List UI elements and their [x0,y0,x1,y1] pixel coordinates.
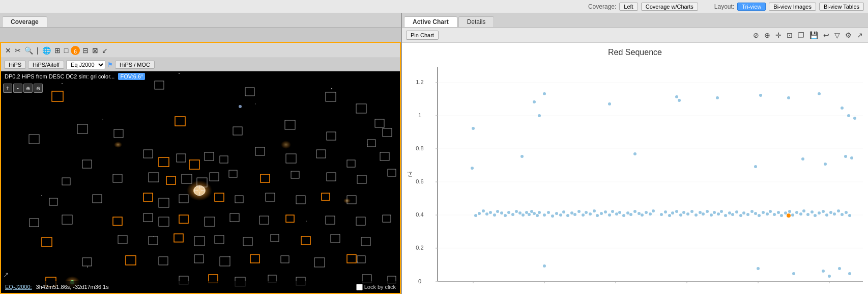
open-icon-button[interactable]: ↗ [3,271,9,279]
svg-rect-87 [356,217,365,225]
svg-point-167 [589,212,592,216]
svg-point-223 [728,211,731,215]
zoom-fit-btn[interactable]: ⊕ [23,84,33,93]
chart-icon-zoom-in[interactable]: ⊕ [763,30,771,40]
svg-point-163 [573,213,576,216]
top-bar: Coverage: Left Coverage w/Charts Layout:… [0,0,868,13]
svg-rect-43 [286,154,296,163]
svg-text:16: 16 [470,284,476,285]
lock-checkbox[interactable] [356,284,363,290]
svg-point-160 [562,210,565,213]
chart-icon-ban[interactable]: ⊘ [752,30,760,40]
chart-icon-copy[interactable]: ❐ [797,30,805,40]
svg-rect-100 [82,258,92,266]
svg-point-247 [818,211,821,215]
triview-button[interactable]: Tri-view [737,3,766,11]
main-area: Coverage ✕ ✂ 🔍 | 🌐 ⊞ □ 6 ⊟ ⊠ ↙ HiPS HiPS… [0,13,868,294]
chart-icon-save[interactable]: 💾 [808,30,819,40]
svg-point-187 [533,212,536,215]
svg-rect-71 [49,198,57,205]
svg-rect-92 [174,234,183,242]
svg-text:1.2: 1.2 [416,79,423,85]
svg-point-195 [507,211,510,214]
layout-label: Layout: [714,3,734,10]
svg-point-4 [331,88,332,89]
svg-point-239 [788,210,791,213]
svg-point-252 [837,209,840,212]
coverage-tab[interactable]: Coverage [2,16,47,27]
svg-point-260 [716,96,719,99]
svg-point-176 [622,214,625,217]
svg-rect-33 [367,140,375,147]
svg-point-181 [641,213,644,217]
tool-icon-7[interactable]: 6 [71,46,80,55]
zoom-in-btn[interactable]: + [3,84,12,93]
svg-point-267 [847,114,850,117]
pin-chart-button[interactable]: Pin Chart [406,31,439,40]
hips-aitoff-button[interactable]: HiPS/Aitoff [28,61,64,69]
svg-text:r-i: r-i [407,172,414,177]
svg-text:19: 19 [684,284,690,285]
tool-icon-4[interactable]: 🌐 [41,45,52,56]
svg-rect-25 [375,119,384,127]
left-button[interactable]: Left [619,3,638,11]
svg-text:18: 18 [613,284,619,285]
svg-point-157 [551,215,554,218]
chart-icon-crosshair[interactable]: ✛ [774,30,783,40]
lock-by-click[interactable]: Lock by click [356,284,396,290]
coverage-label: Coverage: [588,3,616,10]
tool-icon-6[interactable]: □ [63,45,69,56]
svg-point-233 [766,212,769,216]
coverage-charts-button[interactable]: Coverage w/Charts [641,3,698,11]
svg-point-188 [530,210,533,213]
svg-point-251 [833,212,836,216]
svg-point-191 [522,213,525,217]
tool-icon-3[interactable]: 🔍 [23,45,34,56]
svg-point-213 [690,210,693,213]
chart-icon-select[interactable]: ⊡ [786,30,794,40]
details-tab[interactable]: Details [458,16,495,27]
tool-icon-10[interactable]: ↙ [101,45,109,56]
svg-rect-20 [52,91,63,101]
svg-point-215 [699,211,702,214]
chart-icon-expand[interactable]: ↗ [856,30,864,40]
svg-rect-102 [159,257,168,265]
svg-point-206 [664,210,667,213]
biview-tables-button[interactable]: Bi-view Tables [819,3,864,11]
coord-select[interactable]: Eq J2000 Gal [66,60,105,69]
tool-icon-2[interactable]: ✂ [14,45,22,56]
biview-images-button[interactable]: Bi-view Images [769,3,816,11]
coord-link[interactable]: EQ-J2000: [5,284,32,290]
svg-point-265 [818,92,821,95]
tool-icon-9[interactable]: ⊠ [91,45,99,56]
active-chart-tab[interactable]: Active Chart [404,16,457,27]
chart-icon-settings[interactable]: ⚙ [844,30,853,40]
tool-icon-8[interactable]: ⊟ [81,45,90,56]
svg-point-235 [773,213,776,216]
tool-icon-1[interactable]: ✕ [4,45,12,56]
svg-rect-55 [261,174,270,182]
hips-button[interactable]: HiPS [4,61,26,69]
svg-point-224 [731,213,734,216]
svg-point-250 [829,211,832,214]
svg-point-269 [538,114,541,117]
svg-rect-26 [29,135,39,144]
zoom-reset-btn[interactable]: ⊖ [34,84,43,93]
tool-icon-5[interactable]: ⊞ [53,45,62,56]
svg-point-172 [608,213,611,217]
zoom-out-btn[interactable]: - [13,84,22,93]
svg-rect-88 [383,215,391,222]
svg-point-211 [682,211,685,214]
svg-rect-95 [243,237,252,246]
svg-point-258 [608,102,611,105]
svg-point-217 [706,210,709,213]
chart-icon-filter[interactable]: ▽ [833,30,841,40]
svg-rect-67 [179,195,188,203]
svg-point-253 [841,213,844,216]
chart-icon-undo[interactable]: ↩ [822,30,830,40]
hips-moc-button[interactable]: HiPS / MOC [115,61,155,69]
svg-point-185 [538,211,541,214]
svg-point-164 [577,210,581,213]
svg-point-203 [478,212,481,215]
sky-view[interactable]: ✕ ✂ 🔍 | 🌐 ⊞ □ 6 ⊟ ⊠ ↙ HiPS HiPS/Aitoff E… [0,42,401,294]
